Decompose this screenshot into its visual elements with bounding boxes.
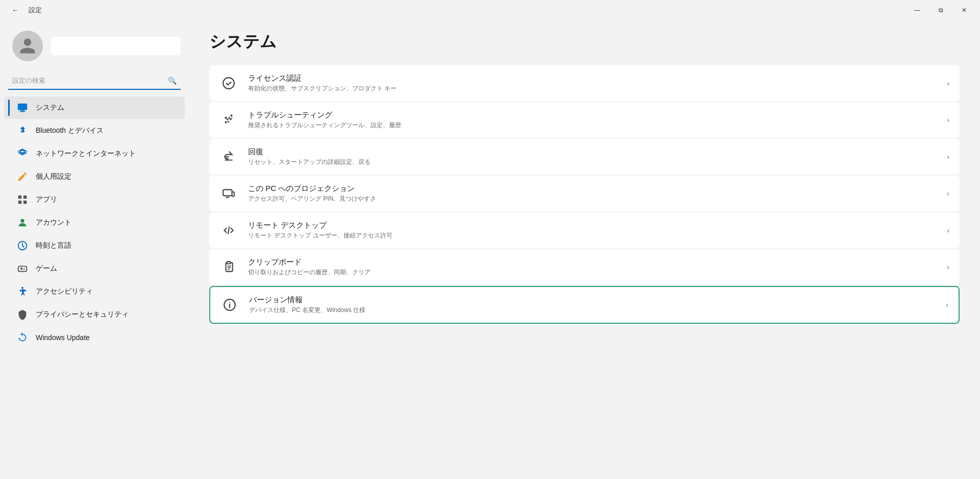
license-chevron: › [947,79,949,87]
apps-icon [16,194,29,206]
sidebar-item-update[interactable]: Windows Update [4,326,185,349]
sidebar-item-account[interactable]: アカウント [4,211,185,234]
about-chevron: › [946,301,948,309]
svg-rect-18 [227,261,231,264]
sidebar-item-time[interactable]: 時刻と言語 [4,234,185,257]
settings-item-projection[interactable]: この PC へのプロジェクション アクセス許可、ペアリング PIN、見つけやすさ… [209,176,960,211]
recovery-text: 回復 リセット、スタートアップの詳細設定、戻る [248,147,937,166]
troubleshoot-text: トラブルシューティング 推奨されるトラブルシューティングツール、設定、履歴 [248,110,937,130]
sidebar-item-update-label: Windows Update [36,333,90,342]
svg-rect-2 [20,111,26,112]
license-text: ライセンス認証 有効化の状態、サブスクリプション、プロダクト キー [248,74,937,93]
sidebar-item-privacy-label: プライバシーとセキュリティ [36,310,129,319]
sidebar-item-privacy[interactable]: プライバシーとセキュリティ [4,303,185,326]
svg-rect-1 [20,110,24,111]
about-icon [220,296,239,314]
license-icon [219,74,238,92]
settings-item-recovery[interactable]: 回復 リセット、スタートアップの詳細設定、戻る › [209,139,960,175]
troubleshoot-icon [219,111,238,129]
clipboard-subtitle: 切り取りおよびコピーの履歴、同期、クリア [248,268,937,277]
title-bar: ← 設定 — ⧉ ✕ [0,0,980,20]
privacy-icon [16,308,29,321]
settings-item-troubleshoot[interactable]: トラブルシューティング 推奨されるトラブルシューティングツール、設定、履歴 › [209,102,960,138]
user-avatar-icon [18,37,37,55]
svg-point-11 [223,78,234,89]
svg-rect-5 [18,201,21,204]
projection-icon [219,184,238,203]
about-text: バージョン情報 デバイス仕様、PC 名変更、Windows 仕様 [249,295,936,315]
clipboard-title: クリップボード [248,257,937,267]
svg-point-7 [20,219,24,223]
clipboard-chevron: › [947,263,949,271]
user-name-box [51,37,181,55]
bluetooth-icon [16,125,29,137]
content-area: システム ライセンス認証 有効化の状態、サブスクリプション、プロダクト キー [189,20,980,479]
back-button[interactable]: ← [8,3,22,17]
window-controls: — ⧉ ✕ [905,0,976,20]
gaming-icon [16,262,29,275]
personalize-icon [16,171,29,183]
remote-subtitle: リモート デスクトップ ユーザー、接続アクセス許可 [248,231,937,240]
troubleshoot-subtitle: 推奨されるトラブルシューティングツール、設定、履歴 [248,121,937,130]
sidebar-item-accessibility[interactable]: アクセシビリティ [4,280,185,303]
clipboard-text: クリップボード 切り取りおよびコピーの履歴、同期、クリア [248,257,937,277]
license-subtitle: 有効化の状態、サブスクリプション、プロダクト キー [248,84,937,93]
avatar [12,31,43,61]
search-icon: 🔍 [168,77,177,85]
svg-rect-6 [23,201,27,204]
svg-rect-0 [18,104,27,110]
about-title: バージョン情報 [249,295,936,305]
sidebar-item-network[interactable]: ネットワークとインターネット [4,142,185,165]
settings-item-license[interactable]: ライセンス認証 有効化の状態、サブスクリプション、プロダクト キー › [209,65,960,101]
troubleshoot-chevron: › [947,116,949,124]
window-title: 設定 [29,6,42,15]
svg-rect-4 [23,196,27,199]
sidebar-item-gaming-label: ゲーム [36,264,57,273]
sidebar-item-gaming[interactable]: ゲーム [4,257,185,280]
sidebar-item-personalize-label: 個人用設定 [36,172,71,181]
user-section [0,20,189,69]
troubleshoot-title: トラブルシューティング [248,110,937,120]
sidebar-item-system[interactable]: システム [4,97,185,119]
page-title: システム [209,31,960,53]
projection-text: この PC へのプロジェクション アクセス許可、ペアリング PIN、見つけやすさ [248,184,937,203]
time-icon [16,240,29,252]
projection-subtitle: アクセス許可、ペアリング PIN、見つけやすさ [248,195,937,203]
sidebar-item-apps-label: アプリ [36,195,57,204]
settings-item-clipboard[interactable]: クリップボード 切り取りおよびコピーの履歴、同期、クリア › [209,249,960,285]
sidebar-item-bluetooth-label: Bluetooth とデバイス [36,126,104,135]
svg-rect-16 [226,197,230,198]
svg-rect-3 [18,196,21,199]
remote-chevron: › [947,226,949,234]
svg-point-24 [229,302,230,303]
sidebar-item-time-label: 時刻と言語 [36,241,71,250]
minimize-button[interactable]: — [905,0,929,20]
sidebar-item-accessibility-label: アクセシビリティ [36,287,93,296]
remote-title: リモート デスクトップ [248,221,937,230]
about-subtitle: デバイス仕様、PC 名変更、Windows 仕様 [249,306,936,315]
projection-chevron: › [947,189,949,198]
sidebar-item-personalize[interactable]: 個人用設定 [4,165,185,188]
account-icon [16,217,29,229]
recovery-subtitle: リセット、スタートアップの詳細設定、戻る [248,158,937,166]
settings-item-remote[interactable]: リモート デスクトップ リモート デスクトップ ユーザー、接続アクセス許可 › [209,212,960,248]
clipboard-icon [219,258,238,276]
sidebar-item-bluetooth[interactable]: Bluetooth とデバイス [4,119,185,142]
license-title: ライセンス認証 [248,74,937,83]
sidebar-item-network-label: ネットワークとインターネット [36,149,136,158]
sidebar-item-account-label: アカウント [36,218,71,227]
sidebar-item-system-label: システム [36,103,64,112]
close-button[interactable]: ✕ [952,0,976,20]
search-box: 🔍 [8,71,181,90]
settings-item-about[interactable]: バージョン情報 デバイス仕様、PC 名変更、Windows 仕様 › [209,286,960,324]
settings-window: ← 設定 — ⧉ ✕ 🔍 [0,0,980,479]
recovery-title: 回復 [248,147,937,157]
system-icon [16,102,29,114]
sidebar-item-apps[interactable]: アプリ [4,188,185,211]
network-icon [16,148,29,160]
maximize-button[interactable]: ⧉ [929,0,952,20]
projection-title: この PC へのプロジェクション [248,184,937,194]
accessibility-icon [16,285,29,298]
search-input[interactable] [8,71,181,90]
svg-rect-14 [225,156,229,157]
